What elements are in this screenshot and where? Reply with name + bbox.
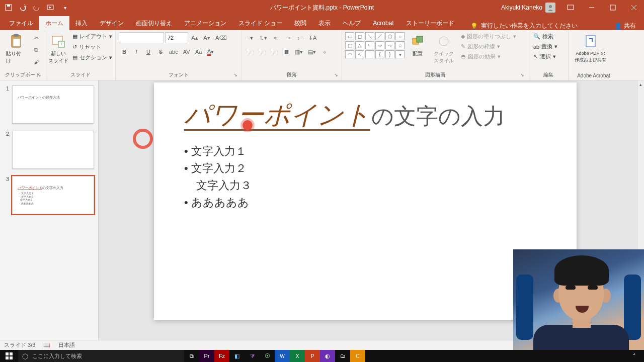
underline-button[interactable]: U [143, 46, 154, 57]
app-vs-icon[interactable]: ⧩ [245, 350, 260, 362]
justify-icon[interactable]: ≣ [281, 46, 292, 57]
save-icon[interactable] [2, 1, 15, 14]
minimize-button[interactable] [582, 0, 602, 15]
taskbar-search[interactable]: ◯ ここに入力して検索 [18, 350, 184, 362]
slide-body[interactable]: 文字入力１ 文字入力２ 文字入力３ あああああ [184, 143, 252, 211]
tab-insert[interactable]: 挿入 [69, 16, 94, 30]
section-button[interactable]: ▤ セクション ▾ [70, 53, 114, 62]
tray-chevron-icon[interactable]: ˄ [627, 350, 642, 362]
line-spacing-icon[interactable]: ↕≡ [294, 32, 305, 43]
svg-rect-21 [6, 356, 9, 359]
language-indicator[interactable]: 日本語 [58, 341, 75, 349]
font-family-select[interactable] [119, 32, 164, 43]
format-painter-icon[interactable]: 🖌 [31, 56, 42, 67]
strike-button[interactable]: S̶ [155, 46, 166, 57]
bold-button[interactable]: B [119, 46, 130, 57]
align-right-icon[interactable]: ≡ [269, 46, 280, 57]
drawing-launcher-icon[interactable]: ↘ [520, 72, 526, 78]
paste-button[interactable]: 貼り付け [3, 32, 29, 65]
tab-review[interactable]: 校閲 [288, 16, 312, 30]
app-powerpoint-icon[interactable]: P [305, 350, 320, 362]
font-launcher-icon[interactable]: ↘ [233, 72, 239, 78]
tab-home[interactable]: ホーム [39, 16, 69, 30]
spellcheck-icon[interactable]: 📖 [43, 342, 50, 348]
tab-view[interactable]: 表示 [312, 16, 337, 30]
smartart-icon[interactable]: ⟐ [319, 46, 330, 57]
app-generic-icon[interactable]: ◧ [229, 350, 245, 362]
find-button[interactable]: 🔍 検索 [531, 32, 555, 41]
shape-fill-button[interactable]: ◆ 図形の塗りつぶし ▾ [459, 32, 518, 41]
tab-storyboard[interactable]: ストーリーボード [400, 16, 460, 30]
font-size-select[interactable] [165, 32, 188, 43]
svg-rect-6 [610, 5, 615, 10]
indent-inc-icon[interactable]: ⇥ [282, 32, 293, 43]
char-spacing-icon[interactable]: AV [181, 46, 192, 57]
app-premiere-icon[interactable]: Pr [199, 350, 214, 362]
change-case-icon[interactable]: Aa [193, 46, 204, 57]
close-button[interactable] [624, 0, 644, 15]
increase-font-icon[interactable]: A▴ [189, 32, 200, 43]
app-atom-icon[interactable]: ⦿ [260, 350, 275, 362]
font-color-icon[interactable]: A▾ [205, 46, 216, 57]
copy-icon[interactable]: ⧉ [31, 44, 42, 55]
decrease-font-icon[interactable]: A▾ [201, 32, 212, 43]
numbering-icon[interactable]: ⒈▾ [257, 32, 269, 43]
arrange-button[interactable]: 配置 [407, 32, 429, 58]
tell-me-search[interactable]: 💡 実行したい作業を入力してください [470, 22, 578, 30]
create-pdf-button[interactable]: Adobe PDF の 作成および共有 [572, 32, 609, 64]
align-center-icon[interactable]: ≡ [257, 46, 268, 57]
paragraph-launcher-icon[interactable]: ↘ [334, 72, 340, 78]
thumbnail-3[interactable]: 3 パワーポイントの文字の入力 ・文字入力１・文字入力２ 文字入力３・あああああ [0, 173, 98, 218]
app-word-icon[interactable]: W [275, 350, 290, 362]
app-excel-icon[interactable]: X [290, 350, 305, 362]
quick-styles-button[interactable]: クイック スタイル [431, 32, 457, 65]
user-account[interactable]: Akiyuki Kaneko [497, 3, 559, 13]
tab-transitions[interactable]: 画面切り替え [130, 16, 178, 30]
tab-animations[interactable]: アニメーション [178, 16, 232, 30]
slide-title[interactable]: パワーポイントの文字の入力 [184, 98, 505, 133]
tab-help[interactable]: ヘルプ [337, 16, 367, 30]
share-button[interactable]: 👤 共有 [614, 22, 644, 30]
shape-outline-button[interactable]: ✎ 図形の枠線 ▾ [459, 42, 518, 51]
tab-design[interactable]: デザイン [94, 16, 130, 30]
thumbnail-2[interactable]: 2 [0, 128, 98, 173]
select-button[interactable]: ↖ 選択 ▾ [531, 52, 558, 61]
undo-icon[interactable] [16, 1, 29, 14]
tab-file[interactable]: ファイル [3, 16, 39, 30]
thumbnail-1[interactable]: 1 パワーポイントの保存方法 [0, 82, 98, 128]
text-direction-icon[interactable]: ↧A [306, 32, 318, 43]
svg-rect-19 [6, 352, 9, 355]
layout-button[interactable]: ▦ レイアウト ▾ [70, 32, 114, 41]
shapes-gallery[interactable]: ▭◻＼／⬠○ ▢△⭠⬄⇨☆ ◠∿⌒{}▾ [345, 32, 405, 58]
shape-effects-button[interactable]: ◓ 図形の効果 ▾ [459, 52, 518, 61]
replace-button[interactable]: ab 置換 ▾ [531, 42, 559, 51]
shadow-button[interactable]: abc [167, 46, 180, 57]
scroll-up-icon[interactable]: ▴ [637, 80, 644, 88]
redo-icon[interactable] [30, 1, 43, 14]
app-misc-icon[interactable]: 🗂 [335, 350, 350, 362]
clear-format-icon[interactable]: A⌫ [213, 32, 229, 43]
slide-counter[interactable]: スライド 3/3 [4, 341, 35, 349]
svg-rect-20 [10, 352, 13, 355]
ribbon-display-icon[interactable] [560, 0, 581, 15]
align-left-icon[interactable]: ≡ [245, 46, 256, 57]
from-beginning-icon[interactable] [44, 1, 57, 14]
app-camtasia-icon[interactable]: C [350, 350, 365, 362]
qat-customize-icon[interactable]: ▾ [58, 1, 71, 14]
tab-slideshow[interactable]: スライド ショー [232, 16, 288, 30]
italic-button[interactable]: I [131, 46, 142, 57]
bullets-icon[interactable]: ≡▾ [245, 32, 256, 43]
clipboard-launcher-icon[interactable]: ↘ [37, 72, 43, 78]
app-filezilla-icon[interactable]: Fz [214, 350, 229, 362]
task-view-icon[interactable]: ⧉ [184, 350, 199, 362]
cut-icon[interactable]: ✂ [31, 32, 42, 43]
align-text-icon[interactable]: ▤▾ [306, 46, 318, 57]
reset-button[interactable]: ↺ リセット [70, 43, 114, 51]
app-purple-icon[interactable]: ◐ [320, 350, 335, 362]
columns-icon[interactable]: ▥▾ [293, 46, 305, 57]
maximize-button[interactable] [603, 0, 623, 15]
indent-dec-icon[interactable]: ⇤ [270, 32, 281, 43]
start-button[interactable] [0, 350, 18, 362]
new-slide-button[interactable]: + 新しい スライド [48, 32, 68, 65]
tab-acrobat[interactable]: Acrobat [367, 16, 399, 30]
